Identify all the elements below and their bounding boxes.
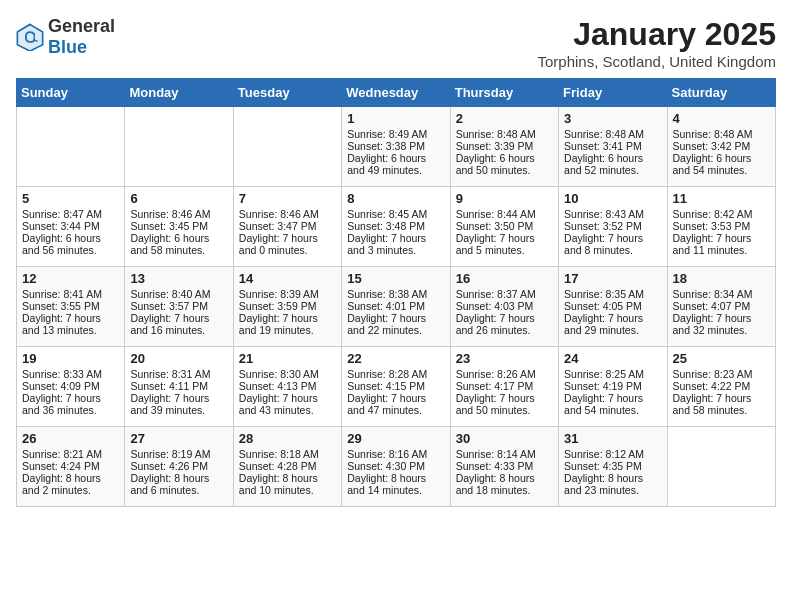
day-number: 3 bbox=[564, 111, 661, 126]
day-info: Daylight: 8 hours bbox=[22, 472, 119, 484]
day-info: Daylight: 7 hours bbox=[22, 312, 119, 324]
day-info: Sunset: 4:15 PM bbox=[347, 380, 444, 392]
day-number: 14 bbox=[239, 271, 336, 286]
day-info: Daylight: 7 hours bbox=[564, 392, 661, 404]
day-info: Daylight: 8 hours bbox=[564, 472, 661, 484]
day-number: 16 bbox=[456, 271, 553, 286]
day-info: Sunset: 3:44 PM bbox=[22, 220, 119, 232]
day-number: 29 bbox=[347, 431, 444, 446]
day-number: 12 bbox=[22, 271, 119, 286]
day-info: Daylight: 7 hours bbox=[130, 392, 227, 404]
calendar-cell: 13Sunrise: 8:40 AMSunset: 3:57 PMDayligh… bbox=[125, 267, 233, 347]
logo: General Blue bbox=[16, 16, 115, 58]
calendar-cell: 15Sunrise: 8:38 AMSunset: 4:01 PMDayligh… bbox=[342, 267, 450, 347]
calendar-cell: 23Sunrise: 8:26 AMSunset: 4:17 PMDayligh… bbox=[450, 347, 558, 427]
day-info: and 58 minutes. bbox=[673, 404, 770, 416]
day-info: Sunset: 4:01 PM bbox=[347, 300, 444, 312]
day-info: Sunset: 3:45 PM bbox=[130, 220, 227, 232]
day-info: Daylight: 7 hours bbox=[239, 312, 336, 324]
day-info: Sunrise: 8:44 AM bbox=[456, 208, 553, 220]
day-info: and 50 minutes. bbox=[456, 164, 553, 176]
day-info: and 13 minutes. bbox=[22, 324, 119, 336]
day-info: Sunset: 4:05 PM bbox=[564, 300, 661, 312]
day-info: Sunrise: 8:47 AM bbox=[22, 208, 119, 220]
day-info: and 26 minutes. bbox=[456, 324, 553, 336]
day-info: Daylight: 7 hours bbox=[673, 232, 770, 244]
day-info: Sunset: 4:03 PM bbox=[456, 300, 553, 312]
day-info: Sunset: 4:11 PM bbox=[130, 380, 227, 392]
calendar-cell bbox=[125, 107, 233, 187]
day-info: Sunset: 3:42 PM bbox=[673, 140, 770, 152]
day-info: and 11 minutes. bbox=[673, 244, 770, 256]
day-info: Sunset: 3:47 PM bbox=[239, 220, 336, 232]
day-info: Sunrise: 8:49 AM bbox=[347, 128, 444, 140]
day-info: Sunrise: 8:43 AM bbox=[564, 208, 661, 220]
day-info: Sunrise: 8:37 AM bbox=[456, 288, 553, 300]
day-info: Daylight: 7 hours bbox=[564, 232, 661, 244]
day-info: Daylight: 7 hours bbox=[22, 392, 119, 404]
day-info: Daylight: 6 hours bbox=[22, 232, 119, 244]
calendar-cell: 2Sunrise: 8:48 AMSunset: 3:39 PMDaylight… bbox=[450, 107, 558, 187]
day-info: Daylight: 6 hours bbox=[456, 152, 553, 164]
calendar-table: SundayMondayTuesdayWednesdayThursdayFrid… bbox=[16, 78, 776, 507]
calendar-week-2: 5Sunrise: 8:47 AMSunset: 3:44 PMDaylight… bbox=[17, 187, 776, 267]
day-info: Daylight: 8 hours bbox=[456, 472, 553, 484]
day-info: Sunrise: 8:46 AM bbox=[239, 208, 336, 220]
calendar-cell: 17Sunrise: 8:35 AMSunset: 4:05 PMDayligh… bbox=[559, 267, 667, 347]
logo-general: General bbox=[48, 16, 115, 36]
day-info: and 43 minutes. bbox=[239, 404, 336, 416]
day-number: 27 bbox=[130, 431, 227, 446]
day-info: Sunrise: 8:38 AM bbox=[347, 288, 444, 300]
calendar-cell: 12Sunrise: 8:41 AMSunset: 3:55 PMDayligh… bbox=[17, 267, 125, 347]
day-number: 2 bbox=[456, 111, 553, 126]
day-info: and 3 minutes. bbox=[347, 244, 444, 256]
day-info: Sunset: 4:22 PM bbox=[673, 380, 770, 392]
day-info: Daylight: 6 hours bbox=[347, 152, 444, 164]
calendar-cell: 9Sunrise: 8:44 AMSunset: 3:50 PMDaylight… bbox=[450, 187, 558, 267]
header-tuesday: Tuesday bbox=[233, 79, 341, 107]
day-info: and 39 minutes. bbox=[130, 404, 227, 416]
day-info: and 58 minutes. bbox=[130, 244, 227, 256]
day-info: Sunrise: 8:23 AM bbox=[673, 368, 770, 380]
calendar-cell: 8Sunrise: 8:45 AMSunset: 3:48 PMDaylight… bbox=[342, 187, 450, 267]
day-info: Sunrise: 8:28 AM bbox=[347, 368, 444, 380]
day-info: Daylight: 7 hours bbox=[456, 312, 553, 324]
calendar-cell: 5Sunrise: 8:47 AMSunset: 3:44 PMDaylight… bbox=[17, 187, 125, 267]
day-info: Daylight: 7 hours bbox=[673, 392, 770, 404]
day-number: 11 bbox=[673, 191, 770, 206]
header-saturday: Saturday bbox=[667, 79, 775, 107]
calendar-cell: 29Sunrise: 8:16 AMSunset: 4:30 PMDayligh… bbox=[342, 427, 450, 507]
day-info: Daylight: 6 hours bbox=[673, 152, 770, 164]
day-info: and 52 minutes. bbox=[564, 164, 661, 176]
day-info: Sunrise: 8:41 AM bbox=[22, 288, 119, 300]
calendar-cell: 18Sunrise: 8:34 AMSunset: 4:07 PMDayligh… bbox=[667, 267, 775, 347]
day-number: 1 bbox=[347, 111, 444, 126]
header-wednesday: Wednesday bbox=[342, 79, 450, 107]
day-info: Sunset: 3:39 PM bbox=[456, 140, 553, 152]
page-header: General Blue January 2025 Torphins, Scot… bbox=[16, 16, 776, 70]
calendar-cell bbox=[17, 107, 125, 187]
day-info: and 54 minutes. bbox=[673, 164, 770, 176]
calendar-cell: 7Sunrise: 8:46 AMSunset: 3:47 PMDaylight… bbox=[233, 187, 341, 267]
day-number: 22 bbox=[347, 351, 444, 366]
day-info: Sunrise: 8:34 AM bbox=[673, 288, 770, 300]
day-info: Sunset: 3:48 PM bbox=[347, 220, 444, 232]
day-info: Daylight: 7 hours bbox=[347, 312, 444, 324]
day-info: and 22 minutes. bbox=[347, 324, 444, 336]
day-info: Sunrise: 8:31 AM bbox=[130, 368, 227, 380]
day-info: Daylight: 7 hours bbox=[239, 232, 336, 244]
day-info: Sunrise: 8:25 AM bbox=[564, 368, 661, 380]
day-info: and 2 minutes. bbox=[22, 484, 119, 496]
day-info: Sunset: 4:07 PM bbox=[673, 300, 770, 312]
day-info: and 49 minutes. bbox=[347, 164, 444, 176]
calendar-week-5: 26Sunrise: 8:21 AMSunset: 4:24 PMDayligh… bbox=[17, 427, 776, 507]
day-info: Sunset: 3:55 PM bbox=[22, 300, 119, 312]
day-info: Sunrise: 8:19 AM bbox=[130, 448, 227, 460]
day-info: Sunset: 4:26 PM bbox=[130, 460, 227, 472]
day-info: Sunrise: 8:48 AM bbox=[673, 128, 770, 140]
day-number: 10 bbox=[564, 191, 661, 206]
day-info: Sunrise: 8:30 AM bbox=[239, 368, 336, 380]
day-info: and 10 minutes. bbox=[239, 484, 336, 496]
location-title: Torphins, Scotland, United Kingdom bbox=[538, 53, 776, 70]
day-info: and 19 minutes. bbox=[239, 324, 336, 336]
